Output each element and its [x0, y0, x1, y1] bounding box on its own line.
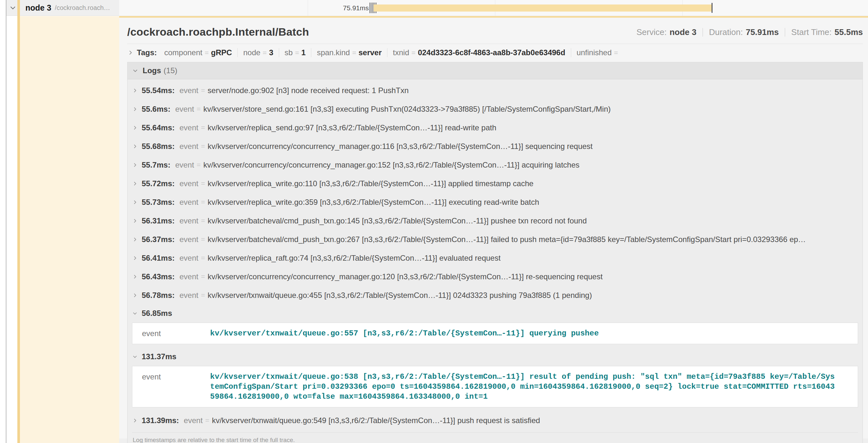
log-timestamp: 56.41ms: [142, 253, 175, 263]
service-value: node 3 [670, 27, 696, 37]
log-timestamp: 56.85ms [142, 309, 172, 318]
log-entry[interactable]: 55.73ms: event = kv/kvserver/replica_wri… [132, 193, 858, 211]
logs-list: 55.54ms: event = server/node.go:902 [n3]… [127, 79, 863, 443]
log-field-key: event [180, 272, 198, 281]
log-field-key: event [180, 86, 198, 95]
log-field-key: event [180, 291, 198, 300]
log-entry[interactable]: 55.6ms: event = kv/kvserver/store_send.g… [132, 100, 858, 118]
log-field-value: kv/kvserver/txnwait/queue.go:538 [n3,s3,… [210, 372, 835, 402]
log-entry[interactable]: 131.39ms: event = kv/kvserver/txnwait/qu… [132, 411, 858, 430]
log-detail-table: event kv/kvserver/txnwait/queue.go:538 [… [132, 366, 858, 407]
log-message: kv/kvserver/replica_write.go:359 [n3,s3,… [208, 198, 539, 207]
log-message: kv/kvserver/store_send.go:161 [n3,s3] ex… [203, 105, 611, 114]
log-message: kv/kvserver/concurrency/concurrency_mana… [203, 161, 580, 170]
log-timestamp: 56.43ms: [142, 272, 175, 281]
log-timestamp: 55.68ms: [142, 142, 175, 151]
log-field-key: event [142, 329, 210, 338]
tags-label: Tags: [137, 48, 157, 57]
chevron-right-icon [132, 418, 138, 423]
logs-count: (15) [163, 66, 177, 75]
log-entry[interactable]: 55.72ms: event = kv/kvserver/replica_wri… [132, 174, 858, 193]
start-time-label: Start Time: [791, 27, 832, 37]
log-field-key: event [180, 253, 198, 263]
chevron-right-icon [127, 49, 134, 56]
log-timestamp: 55.7ms: [142, 161, 170, 170]
chevron-right-icon [132, 293, 138, 298]
log-message: kv/kvserver/batcheval/cmd_push_txn.go:26… [208, 235, 806, 244]
chevron-right-icon [132, 255, 138, 261]
timeline-gridline [308, 0, 308, 16]
logs-section: Logs (15) 55.54ms: event = server/node.g… [127, 62, 863, 443]
tag-item: txnid = 024d3323-6c8f-4863-aa8b-37ab0e63… [388, 48, 571, 57]
chevron-right-icon [132, 199, 138, 205]
trace-timeline-view: node 3 /cockroach.roach… 75.91ms /cockro… [0, 0, 868, 443]
span-end-marker [712, 3, 713, 13]
log-field-key: event [180, 216, 198, 225]
duration-value: 75.91ms [746, 27, 779, 37]
chevron-right-icon [132, 162, 138, 168]
log-entry[interactable]: 55.64ms: event = kv/kvserver/replica_sen… [132, 118, 858, 137]
log-entry-expanded-header[interactable]: 131.37ms [132, 348, 858, 365]
span-row-header[interactable]: node 3 /cockroach.roach… [6, 0, 119, 16]
tag-item: span.kind = server [311, 48, 388, 57]
log-field-key: event [180, 235, 198, 244]
chevron-right-icon [132, 274, 138, 280]
log-message: kv/kvserver/txnwait/queue.go:455 [n3,s3,… [208, 291, 592, 300]
log-entry[interactable]: 56.41ms: event = kv/kvserver/replica_raf… [132, 249, 858, 267]
tag-item: node = 3 [238, 48, 279, 57]
log-timestamp: 56.37ms: [142, 235, 175, 244]
span-service-name: node 3 [25, 3, 52, 12]
log-message: server/node.go:902 [n3] node received re… [208, 86, 409, 95]
log-message: kv/kvserver/concurrency/concurrency_mana… [208, 142, 592, 151]
log-entry[interactable]: 56.31ms: event = kv/kvserver/batcheval/c… [132, 211, 858, 230]
span-duration-bar[interactable] [374, 4, 712, 11]
start-time-value: 55.5ms [835, 27, 863, 37]
log-timestamp: 56.78ms: [142, 291, 175, 300]
duration-label: Duration: [709, 27, 743, 37]
chevron-down-icon [132, 67, 138, 74]
chevron-down-icon [132, 310, 138, 316]
chevron-right-icon [132, 88, 138, 94]
log-entry[interactable]: 56.37ms: event = kv/kvserver/batcheval/c… [132, 230, 858, 249]
logs-footnote: Log timestamps are relative to the start… [132, 433, 858, 443]
tag-item: sb = 1 [279, 48, 312, 57]
log-entry-expanded-header[interactable]: 56.85ms [132, 305, 858, 322]
log-field-value: kv/kvserver/txnwait/queue.go:557 [n3,s3,… [210, 329, 599, 338]
chevron-right-icon [132, 125, 138, 131]
log-entry[interactable]: 55.68ms: event = kv/kvserver/concurrency… [132, 137, 858, 156]
log-entry[interactable]: 55.54ms: event = server/node.go:902 [n3]… [132, 81, 858, 100]
chevron-right-icon [132, 143, 138, 149]
span-detail-panel: /cockroach.roachpb.Internal/Batch Servic… [119, 16, 868, 439]
span-overview: Service: node 3 Duration: 75.91ms Start … [637, 27, 863, 38]
log-detail-table: event kv/kvserver/txnwait/queue.go:557 [… [132, 322, 858, 344]
chevron-right-icon [132, 237, 138, 242]
span-detail-header: /cockroach.roachpb.Internal/Batch Servic… [127, 18, 863, 44]
divider [703, 28, 703, 37]
span-name-column [20, 16, 119, 443]
log-entry[interactable]: 56.78ms: event = kv/kvserver/txnwait/que… [132, 286, 858, 305]
span-operation-name: /cockroach.roach… [55, 4, 110, 11]
log-field-key: event [175, 105, 194, 114]
log-field-key: event [180, 123, 198, 132]
log-timestamp: 131.37ms [142, 352, 176, 361]
log-entry[interactable]: 55.7ms: event = kv/kvserver/concurrency/… [132, 156, 858, 174]
log-field-key: event [142, 372, 210, 381]
chevron-right-icon [132, 106, 138, 112]
divider [785, 28, 785, 37]
chevron-down-icon [132, 354, 138, 360]
chevron-right-icon [132, 218, 138, 224]
column-resizer[interactable] [6, 0, 6, 443]
log-message: kv/kvserver/batcheval/cmd_push_txn.go:14… [208, 216, 587, 225]
tags-accordion[interactable]: Tags: component = gRPC node = 3 sb = 1 s… [127, 44, 863, 61]
service-label: Service: [637, 27, 666, 37]
logs-accordion-header[interactable]: Logs (15) [127, 62, 863, 79]
log-message: kv/kvserver/replica_raft.go:74 [n3,s3,r6… [208, 253, 500, 263]
log-entry[interactable]: 56.43ms: event = kv/kvserver/concurrency… [132, 267, 858, 286]
log-message: kv/kvserver/txnwait/queue.go:549 [n3,s3,… [212, 416, 540, 425]
tag-item: component = gRPC [159, 48, 238, 57]
tag-item: unfinished = [571, 48, 626, 57]
page-title: /cockroach.roachpb.Internal/Batch [127, 26, 309, 38]
chevron-right-icon [132, 181, 138, 186]
log-field-key: event [180, 179, 198, 188]
log-message: kv/kvserver/replica_write.go:110 [n3,s3,… [208, 179, 533, 188]
